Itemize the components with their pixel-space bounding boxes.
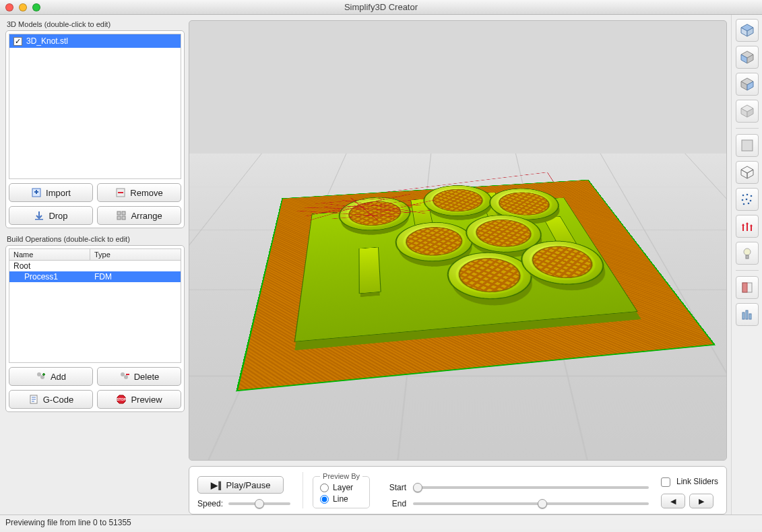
right-toolbar <box>731 15 762 514</box>
speed-label: Speed: <box>197 499 223 508</box>
ops-panel: Name Type Root Process1 FDM Add <box>5 245 185 412</box>
step-back-button[interactable]: ◀ <box>661 494 685 508</box>
view-iso-icon <box>740 104 755 119</box>
status-text: Previewing file from line 0 to 51355 <box>5 518 131 527</box>
radio-line[interactable]: Line <box>320 494 362 504</box>
import-icon <box>31 187 42 198</box>
crosssection-button[interactable] <box>736 276 759 299</box>
shade-wire-button[interactable] <box>736 161 759 184</box>
svg-rect-40 <box>742 140 753 151</box>
svg-rect-57 <box>746 310 748 319</box>
window-title: Simplify3D Creator <box>0 2 762 12</box>
ops-col-name[interactable]: Name <box>9 249 90 260</box>
ops-list[interactable]: Name Type Root Process1 FDM <box>9 248 181 363</box>
delete-button[interactable]: Delete <box>97 367 181 386</box>
svg-point-49 <box>749 200 751 202</box>
lighting-button[interactable] <box>736 242 759 265</box>
lighting-icon <box>740 246 755 261</box>
view-top-icon <box>740 23 755 38</box>
svg-rect-7 <box>122 216 125 220</box>
link-sliders-label: Link Sliders <box>676 477 718 486</box>
radio-layer-input[interactable] <box>320 484 329 492</box>
link-sliders-checkbox-icon[interactable] <box>661 477 670 487</box>
ops-row[interactable]: Root <box>9 261 181 271</box>
supports-button[interactable] <box>736 303 759 326</box>
import-button[interactable]: Import <box>9 183 93 202</box>
ops-col-type[interactable]: Type <box>90 249 181 260</box>
ops-row[interactable]: Process1 FDM <box>9 271 181 282</box>
normals-icon <box>740 219 755 234</box>
crosssection-icon <box>740 280 755 295</box>
svg-point-8 <box>37 372 41 376</box>
chevron-right-icon: ▶ <box>699 497 704 506</box>
ops-row-type: FDM <box>90 272 181 281</box>
status-bar: Previewing file from line 0 to 51355 <box>0 514 762 529</box>
shade-solid-icon <box>740 138 755 153</box>
radio-line-input[interactable] <box>320 495 329 504</box>
svg-point-46 <box>750 195 752 197</box>
svg-rect-53 <box>746 255 749 259</box>
add-label: Add <box>51 372 66 382</box>
svg-marker-41 <box>741 166 753 173</box>
play-pause-label: Play/Pause <box>226 480 271 490</box>
drop-icon <box>34 210 44 221</box>
play-pause-icon: ▶∥ <box>211 480 222 490</box>
svg-point-51 <box>747 203 749 205</box>
end-slider[interactable] <box>413 502 649 505</box>
svg-rect-6 <box>117 216 121 220</box>
preview-button[interactable]: STOP Preview <box>97 390 181 409</box>
ops-section-label: Build Operations (double-click to edit) <box>7 235 185 243</box>
ops-row-name: Root <box>9 261 90 271</box>
svg-line-23 <box>341 195 426 219</box>
start-slider[interactable] <box>413 486 649 489</box>
play-pause-button[interactable]: ▶∥ Play/Pause <box>197 476 284 494</box>
svg-point-52 <box>744 248 751 255</box>
preview-by-group: Preview By Layer Line <box>313 472 370 508</box>
remove-icon <box>115 187 126 198</box>
svg-point-11 <box>124 375 128 379</box>
svg-text:STOP: STOP <box>117 397 127 401</box>
svg-point-50 <box>742 203 744 205</box>
preview-bar: ▶∥ Play/Pause Speed: Preview By Layer <box>189 466 727 514</box>
radio-layer-label: Layer <box>333 483 353 492</box>
radio-layer[interactable]: Layer <box>320 483 362 492</box>
svg-line-25 <box>368 200 436 214</box>
normals-button[interactable] <box>736 215 759 238</box>
svg-rect-5 <box>122 211 125 215</box>
view-top-button[interactable] <box>736 19 759 42</box>
gcode-button[interactable]: G-Code <box>9 390 93 409</box>
svg-rect-56 <box>742 312 744 319</box>
svg-marker-43 <box>747 170 753 178</box>
svg-rect-12 <box>126 374 129 375</box>
step-forward-button[interactable]: ▶ <box>689 494 713 508</box>
radio-line-label: Line <box>333 494 348 504</box>
svg-point-10 <box>121 372 125 376</box>
shade-solid-button[interactable] <box>736 134 759 157</box>
shade-points-icon <box>740 192 755 207</box>
viewport-3d[interactable] <box>189 20 727 461</box>
model-row[interactable]: ✓ 3D_Knot.stl <box>9 34 181 48</box>
view-side-button[interactable] <box>736 73 759 96</box>
end-label: End <box>382 499 406 508</box>
preview-by-legend: Preview By <box>320 472 362 480</box>
models-list[interactable]: ✓ 3D_Knot.stl <box>9 34 181 179</box>
chevron-left-icon: ◀ <box>670 497 676 506</box>
speed-slider[interactable] <box>228 502 290 505</box>
remove-label: Remove <box>130 188 162 198</box>
arrange-icon <box>116 210 127 221</box>
shade-points-button[interactable] <box>736 188 759 211</box>
ops-row-type <box>90 261 181 271</box>
view-front-button[interactable] <box>736 46 759 69</box>
arrange-button[interactable]: Arrange <box>97 206 181 225</box>
model-name: 3D_Knot.stl <box>26 36 68 46</box>
drop-button[interactable]: Drop <box>9 206 93 225</box>
delete-label: Delete <box>134 372 160 382</box>
remove-button[interactable]: Remove <box>97 183 181 202</box>
view-iso-button[interactable] <box>736 100 759 123</box>
add-icon <box>36 371 46 382</box>
model-checkbox-icon[interactable]: ✓ <box>13 37 22 46</box>
ops-header: Name Type <box>9 249 181 261</box>
link-sliders[interactable]: Link Sliders <box>661 477 718 487</box>
view-front-icon <box>740 50 755 65</box>
add-button[interactable]: Add <box>9 367 93 386</box>
